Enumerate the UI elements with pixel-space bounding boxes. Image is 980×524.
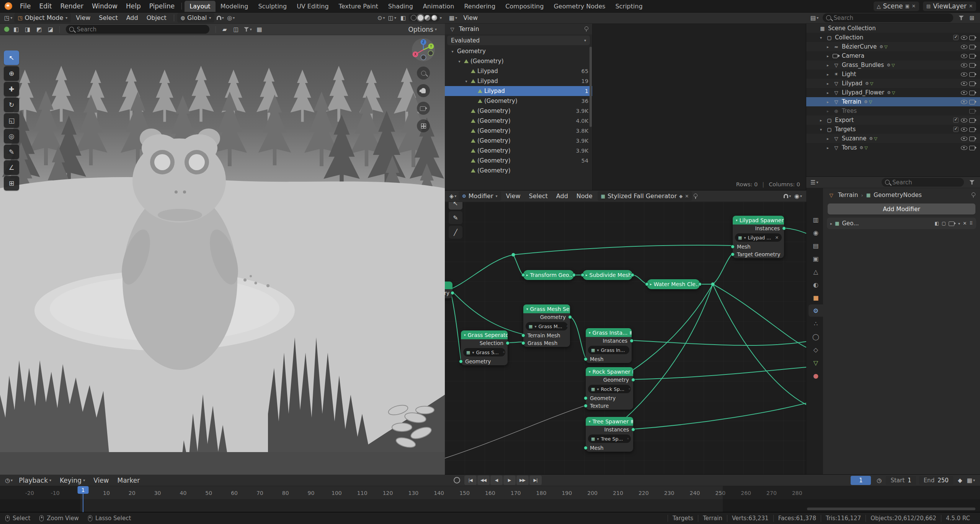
- transport-button[interactable]: [503, 475, 516, 485]
- expand-caret[interactable]: ▾: [450, 49, 455, 54]
- viewport-tool-button[interactable]: [4, 66, 19, 81]
- blender-logo-icon[interactable]: [5, 2, 12, 10]
- hide-eye-icon[interactable]: [960, 44, 967, 50]
- hide-eye-icon[interactable]: [960, 53, 967, 59]
- scene-selector[interactable]: △ Scene ▣ ✕: [874, 2, 919, 11]
- perspective-toggle-icon[interactable]: [417, 119, 430, 132]
- timeline-menu-item[interactable]: View: [89, 475, 113, 485]
- output-socket[interactable]: [630, 273, 632, 277]
- hide-eye-icon[interactable]: [960, 71, 967, 77]
- node-group-datablock[interactable]: ▦▾Tree Sp...◦: [588, 434, 631, 443]
- show-gizmo-icon[interactable]: ⊙▾: [376, 13, 386, 23]
- collapse-icon[interactable]: ▸: [586, 273, 588, 277]
- main-menu-item[interactable]: Edit: [35, 1, 56, 11]
- input-socket[interactable]: [731, 252, 735, 256]
- mask-icon-2[interactable]: ◫: [231, 25, 241, 34]
- editor-type-icon[interactable]: ◈▾: [448, 192, 458, 201]
- shield-icon[interactable]: ◦: [629, 348, 629, 353]
- collapse-icon[interactable]: ▾: [526, 307, 528, 311]
- render-visibility-icon[interactable]: [969, 127, 977, 132]
- properties-tab[interactable]: [808, 356, 823, 369]
- output-socket[interactable]: [630, 339, 634, 343]
- input-socket[interactable]: [584, 446, 588, 450]
- collapse-icon[interactable]: ▾: [464, 333, 466, 337]
- exclude-checkbox[interactable]: [953, 35, 959, 40]
- snap-magnet-icon[interactable]: ▾: [215, 13, 225, 23]
- outliner-row[interactable]: ▸ Torus ⚙▽: [806, 143, 980, 152]
- main-menu-item[interactable]: Pipeline: [145, 1, 179, 11]
- expand-caret[interactable]: ▸: [818, 118, 824, 122]
- timeline-options-icon[interactable]: ▦▾: [966, 476, 976, 485]
- properties-tab[interactable]: [808, 317, 823, 330]
- node-group-datablock[interactable]: ▦▾Grass M...◦: [526, 322, 568, 330]
- spreadsheet-row[interactable]: (Geometry) 54: [445, 156, 592, 166]
- expand-caret[interactable]: ▸: [825, 100, 831, 104]
- editor-type-icon[interactable]: ◷▾: [4, 476, 14, 485]
- workspace-tab[interactable]: Compositing: [500, 1, 549, 12]
- spreadsheet-row[interactable]: (Geometry) 36: [445, 96, 592, 106]
- viewport-tool-button[interactable]: [4, 176, 19, 190]
- material-shading-icon[interactable]: [425, 15, 430, 21]
- node-water-mesh-clean[interactable]: ▸Water Mesh Cle...: [647, 279, 700, 289]
- scrollbar[interactable]: [590, 47, 592, 127]
- outliner-row[interactable]: ▸ Lilypad ⚙▽: [806, 79, 980, 88]
- input-socket[interactable]: [521, 341, 525, 345]
- node-tool-button[interactable]: [449, 226, 462, 239]
- camera-view-icon[interactable]: [417, 102, 430, 115]
- tool-icon-1[interactable]: ◧: [11, 25, 21, 34]
- node-tool-button[interactable]: [449, 211, 462, 224]
- editor-type-icon[interactable]: ◳▾: [3, 13, 13, 23]
- tool-icon-2[interactable]: ◨: [23, 25, 33, 34]
- viewport-canvas[interactable]: [0, 12, 445, 475]
- render-visibility-icon[interactable]: [969, 63, 977, 67]
- hide-eye-icon[interactable]: [960, 145, 967, 151]
- unlink-icon[interactable]: ✕: [775, 235, 779, 240]
- outliner-row[interactable]: ▾ Targets: [806, 125, 980, 134]
- overlays-icon[interactable]: ◫▾: [387, 13, 397, 23]
- pin-icon[interactable]: [971, 192, 975, 198]
- options-dropdown[interactable]: Options▾: [404, 24, 441, 34]
- collapse-icon[interactable]: ▸: [650, 282, 652, 286]
- hide-eye-icon[interactable]: [960, 80, 967, 86]
- node-canvas[interactable]: ry ▸Transform Geo... ▸Subdivide Mesh ▸Wa…: [445, 202, 806, 475]
- checker-icon[interactable]: ▦: [255, 25, 265, 34]
- fake-user-shield-icon[interactable]: ◆: [679, 194, 683, 199]
- expand-caret[interactable]: ▸: [825, 45, 831, 49]
- hide-eye-icon[interactable]: [960, 117, 967, 123]
- outliner-row[interactable]: ▸ Terrain ⚙▽: [806, 97, 980, 106]
- properties-tab[interactable]: [808, 252, 823, 265]
- transport-button[interactable]: [477, 475, 490, 485]
- transport-button[interactable]: [529, 475, 542, 485]
- viewport-menu-item[interactable]: View: [72, 13, 95, 23]
- render-visibility-icon[interactable]: [969, 81, 977, 86]
- spreadsheet-row[interactable]: (Geometry) 3.9K: [445, 106, 592, 116]
- properties-tab[interactable]: [808, 226, 823, 239]
- hide-eye-icon[interactable]: [960, 62, 967, 68]
- outliner-row[interactable]: Scene Collection: [806, 24, 980, 33]
- proportional-edit-icon[interactable]: ◎▾: [226, 13, 236, 23]
- main-menu-item[interactable]: Window: [88, 1, 122, 11]
- properties-tab[interactable]: [808, 291, 823, 304]
- render-toggle-icon[interactable]: [949, 221, 956, 226]
- editor-type-icon[interactable]: ▦▾: [448, 13, 458, 23]
- collapse-icon[interactable]: ▾: [736, 218, 738, 222]
- hide-eye-icon[interactable]: [960, 99, 967, 105]
- main-menu-item[interactable]: Help: [122, 1, 145, 11]
- viewport-tool-button[interactable]: [4, 145, 19, 159]
- outliner-row[interactable]: ▸ Suzanne ⚙▽: [806, 134, 980, 143]
- expand-caret[interactable]: ▾: [457, 59, 462, 63]
- outliner-row[interactable]: ▸ Light: [806, 70, 980, 79]
- node-editor-menu-item[interactable]: Select: [524, 191, 552, 201]
- shield-icon[interactable]: ◦: [628, 387, 631, 392]
- output-socket[interactable]: [506, 341, 510, 345]
- input-socket[interactable]: [584, 404, 588, 408]
- output-socket[interactable]: [698, 282, 700, 286]
- input-socket[interactable]: [647, 282, 649, 286]
- hide-eye-icon[interactable]: [960, 90, 967, 96]
- drag-handle-icon[interactable]: ⠿: [969, 221, 973, 226]
- input-socket[interactable]: [459, 360, 463, 363]
- edit-mode-toggle-icon[interactable]: ◧: [934, 221, 939, 226]
- render-visibility-icon[interactable]: [969, 136, 977, 141]
- unlink-icon[interactable]: ✕: [685, 194, 689, 199]
- output-socket[interactable]: [631, 428, 635, 431]
